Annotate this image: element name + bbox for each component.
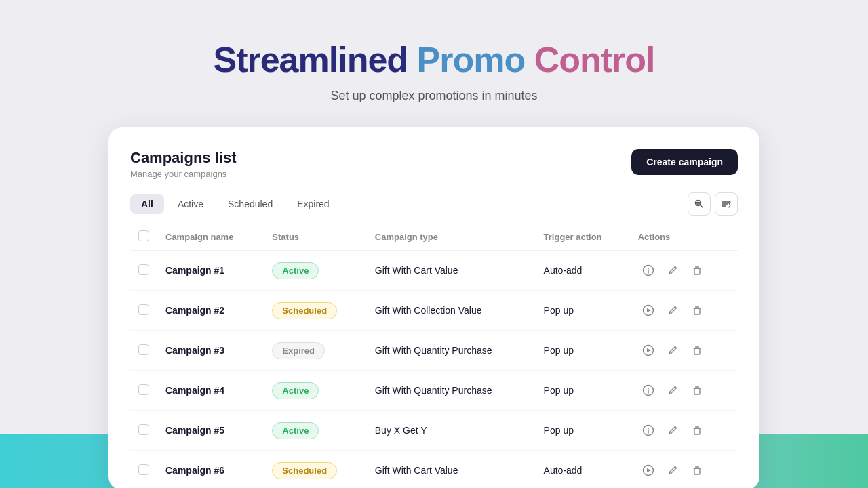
card-subtitle: Manage your campaigns bbox=[130, 169, 236, 179]
row-name-cell: Campaign #2 bbox=[157, 291, 264, 331]
edit-icon bbox=[667, 345, 678, 356]
card-title: Campaigns list bbox=[130, 149, 236, 167]
trigger-action: Pop up bbox=[544, 385, 574, 396]
edit-icon bbox=[667, 425, 678, 436]
filter-tab-expired[interactable]: Expired bbox=[286, 194, 340, 214]
filter-tab-scheduled[interactable]: Scheduled bbox=[217, 194, 283, 214]
page-subheadline: Set up complex promotions in minutes bbox=[330, 89, 537, 103]
row-checkbox[interactable] bbox=[138, 464, 149, 475]
search-filter-button[interactable] bbox=[688, 192, 711, 216]
svg-rect-17 bbox=[694, 308, 700, 314]
row-checkbox[interactable] bbox=[138, 304, 149, 315]
campaign-type: Buy X Get Y bbox=[375, 425, 427, 436]
row-checkbox[interactable] bbox=[138, 384, 149, 395]
row-status-cell: Expired bbox=[264, 331, 366, 371]
row-trigger-cell: Pop up bbox=[536, 331, 630, 371]
create-campaign-button[interactable]: Create campaign bbox=[631, 149, 738, 175]
row-name-cell: Campaign #6 bbox=[157, 451, 264, 488]
headline-part3: Control bbox=[534, 40, 655, 79]
row-checkbox[interactable] bbox=[138, 344, 149, 355]
filter-row: All Active Scheduled Expired bbox=[130, 192, 738, 216]
action-info-play-button[interactable] bbox=[638, 460, 658, 481]
svg-marker-16 bbox=[647, 308, 651, 312]
actions-group bbox=[638, 380, 730, 401]
action-delete-button[interactable] bbox=[687, 260, 707, 281]
card-header: Campaigns list Manage your campaigns Cre… bbox=[130, 149, 738, 179]
action-delete-button[interactable] bbox=[687, 420, 707, 441]
search-filter-icon bbox=[694, 199, 705, 209]
campaign-type: Gift With Quantity Purchase bbox=[375, 385, 492, 396]
campaigns-card: Campaigns list Manage your campaigns Cre… bbox=[108, 127, 760, 488]
trash-icon bbox=[692, 305, 703, 316]
row-status-cell: Active bbox=[264, 371, 366, 411]
actions-group bbox=[638, 420, 730, 441]
page-headline: Streamlined Promo Control bbox=[213, 41, 654, 79]
row-name-cell: Campaign #4 bbox=[157, 371, 264, 411]
svg-rect-32 bbox=[694, 388, 700, 394]
page-content: Streamlined Promo Control Set up complex… bbox=[0, 0, 868, 488]
row-type-cell: Gift With Quantity Purchase bbox=[367, 331, 536, 371]
col-header-checkbox bbox=[130, 224, 157, 251]
campaign-type: Gift With Cart Value bbox=[375, 465, 458, 476]
action-edit-button[interactable] bbox=[663, 420, 683, 441]
sort-button[interactable] bbox=[715, 192, 738, 216]
row-name-cell: Campaign #3 bbox=[157, 331, 264, 371]
trash-icon bbox=[692, 465, 703, 476]
row-checkbox-cell bbox=[130, 291, 157, 331]
action-edit-button[interactable] bbox=[663, 340, 683, 361]
campaign-name: Campaign #1 bbox=[165, 265, 224, 276]
action-info-play-button[interactable] bbox=[638, 420, 658, 441]
trash-icon bbox=[692, 345, 703, 356]
svg-marker-46 bbox=[647, 468, 651, 472]
action-delete-button[interactable] bbox=[687, 300, 707, 321]
svg-marker-23 bbox=[647, 348, 651, 352]
action-edit-button[interactable] bbox=[663, 260, 683, 281]
campaign-name: Campaign #5 bbox=[165, 425, 224, 436]
action-info-play-button[interactable] bbox=[638, 260, 658, 281]
status-badge: Active bbox=[272, 382, 319, 399]
play-icon bbox=[642, 464, 654, 476]
row-checkbox-cell bbox=[130, 411, 157, 451]
actions-group bbox=[638, 300, 730, 321]
search-filter-group bbox=[688, 192, 738, 216]
row-checkbox-cell bbox=[130, 331, 157, 371]
table-row: Campaign #5 Active Buy X Get Y Pop up bbox=[130, 411, 738, 451]
trigger-action: Auto-add bbox=[544, 465, 583, 476]
row-trigger-cell: Auto-add bbox=[536, 451, 630, 488]
table-row: Campaign #6 Scheduled Gift With Cart Val… bbox=[130, 451, 738, 488]
action-info-play-button[interactable] bbox=[638, 380, 658, 401]
row-status-cell: Active bbox=[264, 411, 366, 451]
action-edit-button[interactable] bbox=[663, 380, 683, 401]
campaign-name: Campaign #3 bbox=[165, 345, 224, 356]
svg-point-39 bbox=[648, 428, 649, 429]
row-actions-cell bbox=[630, 451, 738, 488]
trigger-action: Auto-add bbox=[544, 265, 583, 276]
action-info-play-button[interactable] bbox=[638, 340, 658, 361]
edit-icon bbox=[667, 265, 678, 276]
status-badge: Active bbox=[272, 422, 319, 439]
action-info-play-button[interactable] bbox=[638, 300, 658, 321]
filter-tab-active[interactable]: Active bbox=[167, 194, 214, 214]
campaign-name: Campaign #6 bbox=[165, 465, 224, 476]
filter-tab-all[interactable]: All bbox=[130, 194, 164, 214]
edit-icon bbox=[667, 385, 678, 396]
campaigns-table: Campaign name Status Campaign type Trigg… bbox=[130, 224, 738, 488]
row-actions-cell bbox=[630, 371, 738, 411]
trash-icon bbox=[692, 265, 703, 276]
row-name-cell: Campaign #5 bbox=[157, 411, 264, 451]
sort-icon bbox=[721, 199, 732, 209]
action-delete-button[interactable] bbox=[687, 380, 707, 401]
select-all-checkbox[interactable] bbox=[138, 230, 149, 241]
row-checkbox[interactable] bbox=[138, 264, 149, 275]
col-header-name: Campaign name bbox=[157, 224, 264, 251]
action-edit-button[interactable] bbox=[663, 460, 683, 481]
action-delete-button[interactable] bbox=[687, 340, 707, 361]
action-delete-button[interactable] bbox=[687, 460, 707, 481]
actions-group bbox=[638, 260, 730, 281]
table-row: Campaign #1 Active Gift With Cart Value … bbox=[130, 251, 738, 291]
svg-point-9 bbox=[648, 268, 649, 269]
action-edit-button[interactable] bbox=[663, 300, 683, 321]
row-checkbox-cell bbox=[130, 251, 157, 291]
row-checkbox[interactable] bbox=[138, 424, 149, 435]
row-type-cell: Gift With Collection Value bbox=[367, 291, 536, 331]
